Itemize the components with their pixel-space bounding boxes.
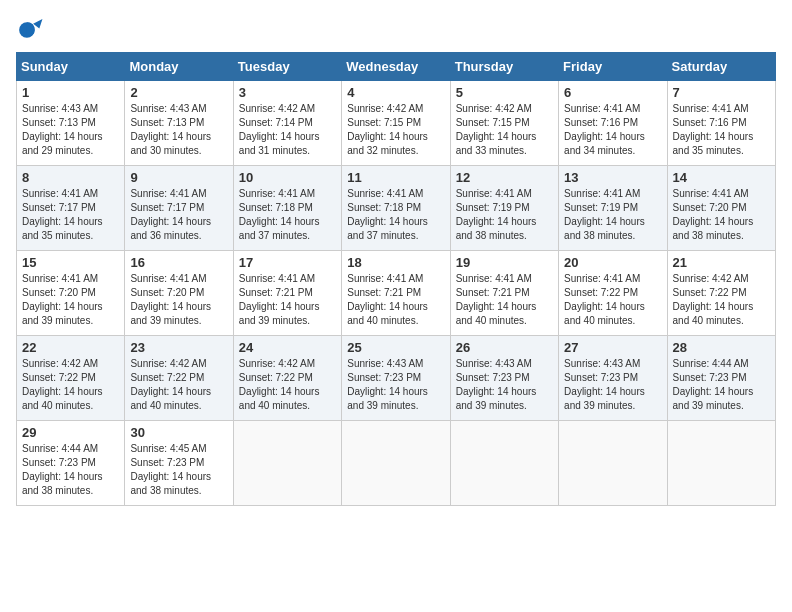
- day-number: 15: [22, 255, 119, 270]
- day-number: 4: [347, 85, 444, 100]
- logo-icon: [16, 16, 44, 44]
- page-header: [16, 16, 776, 44]
- day-info: Sunrise: 4:42 AM Sunset: 7:22 PM Dayligh…: [673, 272, 770, 328]
- day-cell: 22 Sunrise: 4:42 AM Sunset: 7:22 PM Dayl…: [17, 336, 125, 421]
- week-row-4: 22 Sunrise: 4:42 AM Sunset: 7:22 PM Dayl…: [17, 336, 776, 421]
- day-cell: 23 Sunrise: 4:42 AM Sunset: 7:22 PM Dayl…: [125, 336, 233, 421]
- day-number: 8: [22, 170, 119, 185]
- day-cell: 7 Sunrise: 4:41 AM Sunset: 7:16 PM Dayli…: [667, 81, 775, 166]
- day-number: 20: [564, 255, 661, 270]
- day-info: Sunrise: 4:43 AM Sunset: 7:13 PM Dayligh…: [22, 102, 119, 158]
- day-info: Sunrise: 4:41 AM Sunset: 7:20 PM Dayligh…: [22, 272, 119, 328]
- day-info: Sunrise: 4:42 AM Sunset: 7:15 PM Dayligh…: [347, 102, 444, 158]
- col-header-sunday: Sunday: [17, 53, 125, 81]
- day-cell: 10 Sunrise: 4:41 AM Sunset: 7:18 PM Dayl…: [233, 166, 341, 251]
- day-info: Sunrise: 4:41 AM Sunset: 7:21 PM Dayligh…: [239, 272, 336, 328]
- day-number: 3: [239, 85, 336, 100]
- day-number: 30: [130, 425, 227, 440]
- day-info: Sunrise: 4:43 AM Sunset: 7:13 PM Dayligh…: [130, 102, 227, 158]
- day-number: 22: [22, 340, 119, 355]
- day-number: 2: [130, 85, 227, 100]
- day-number: 13: [564, 170, 661, 185]
- day-number: 6: [564, 85, 661, 100]
- day-info: Sunrise: 4:42 AM Sunset: 7:15 PM Dayligh…: [456, 102, 553, 158]
- day-info: Sunrise: 4:41 AM Sunset: 7:21 PM Dayligh…: [456, 272, 553, 328]
- day-info: Sunrise: 4:43 AM Sunset: 7:23 PM Dayligh…: [564, 357, 661, 413]
- day-cell: 16 Sunrise: 4:41 AM Sunset: 7:20 PM Dayl…: [125, 251, 233, 336]
- day-number: 5: [456, 85, 553, 100]
- day-cell: 21 Sunrise: 4:42 AM Sunset: 7:22 PM Dayl…: [667, 251, 775, 336]
- day-cell: 8 Sunrise: 4:41 AM Sunset: 7:17 PM Dayli…: [17, 166, 125, 251]
- day-info: Sunrise: 4:41 AM Sunset: 7:18 PM Dayligh…: [239, 187, 336, 243]
- day-info: Sunrise: 4:41 AM Sunset: 7:17 PM Dayligh…: [22, 187, 119, 243]
- day-cell: 14 Sunrise: 4:41 AM Sunset: 7:20 PM Dayl…: [667, 166, 775, 251]
- day-number: 1: [22, 85, 119, 100]
- col-header-friday: Friday: [559, 53, 667, 81]
- day-number: 23: [130, 340, 227, 355]
- day-info: Sunrise: 4:41 AM Sunset: 7:16 PM Dayligh…: [673, 102, 770, 158]
- week-row-5: 29 Sunrise: 4:44 AM Sunset: 7:23 PM Dayl…: [17, 421, 776, 506]
- day-info: Sunrise: 4:42 AM Sunset: 7:22 PM Dayligh…: [239, 357, 336, 413]
- day-number: 19: [456, 255, 553, 270]
- day-number: 17: [239, 255, 336, 270]
- day-number: 9: [130, 170, 227, 185]
- day-cell: 17 Sunrise: 4:41 AM Sunset: 7:21 PM Dayl…: [233, 251, 341, 336]
- day-info: Sunrise: 4:42 AM Sunset: 7:14 PM Dayligh…: [239, 102, 336, 158]
- day-info: Sunrise: 4:41 AM Sunset: 7:19 PM Dayligh…: [456, 187, 553, 243]
- day-cell: [342, 421, 450, 506]
- day-cell: 27 Sunrise: 4:43 AM Sunset: 7:23 PM Dayl…: [559, 336, 667, 421]
- day-cell: 15 Sunrise: 4:41 AM Sunset: 7:20 PM Dayl…: [17, 251, 125, 336]
- day-number: 11: [347, 170, 444, 185]
- calendar-header-row: SundayMondayTuesdayWednesdayThursdayFrid…: [17, 53, 776, 81]
- day-info: Sunrise: 4:41 AM Sunset: 7:20 PM Dayligh…: [673, 187, 770, 243]
- col-header-thursday: Thursday: [450, 53, 558, 81]
- day-cell: 26 Sunrise: 4:43 AM Sunset: 7:23 PM Dayl…: [450, 336, 558, 421]
- day-info: Sunrise: 4:42 AM Sunset: 7:22 PM Dayligh…: [22, 357, 119, 413]
- day-info: Sunrise: 4:41 AM Sunset: 7:22 PM Dayligh…: [564, 272, 661, 328]
- day-number: 29: [22, 425, 119, 440]
- day-number: 28: [673, 340, 770, 355]
- week-row-3: 15 Sunrise: 4:41 AM Sunset: 7:20 PM Dayl…: [17, 251, 776, 336]
- day-number: 21: [673, 255, 770, 270]
- day-info: Sunrise: 4:41 AM Sunset: 7:17 PM Dayligh…: [130, 187, 227, 243]
- day-cell: 1 Sunrise: 4:43 AM Sunset: 7:13 PM Dayli…: [17, 81, 125, 166]
- day-cell: [667, 421, 775, 506]
- day-info: Sunrise: 4:43 AM Sunset: 7:23 PM Dayligh…: [347, 357, 444, 413]
- day-info: Sunrise: 4:41 AM Sunset: 7:20 PM Dayligh…: [130, 272, 227, 328]
- day-cell: 6 Sunrise: 4:41 AM Sunset: 7:16 PM Dayli…: [559, 81, 667, 166]
- day-cell: 2 Sunrise: 4:43 AM Sunset: 7:13 PM Dayli…: [125, 81, 233, 166]
- day-cell: [450, 421, 558, 506]
- day-number: 10: [239, 170, 336, 185]
- day-cell: [233, 421, 341, 506]
- day-number: 7: [673, 85, 770, 100]
- week-row-1: 1 Sunrise: 4:43 AM Sunset: 7:13 PM Dayli…: [17, 81, 776, 166]
- day-info: Sunrise: 4:41 AM Sunset: 7:21 PM Dayligh…: [347, 272, 444, 328]
- day-cell: 18 Sunrise: 4:41 AM Sunset: 7:21 PM Dayl…: [342, 251, 450, 336]
- day-cell: 24 Sunrise: 4:42 AM Sunset: 7:22 PM Dayl…: [233, 336, 341, 421]
- day-number: 26: [456, 340, 553, 355]
- day-cell: 12 Sunrise: 4:41 AM Sunset: 7:19 PM Dayl…: [450, 166, 558, 251]
- day-info: Sunrise: 4:41 AM Sunset: 7:16 PM Dayligh…: [564, 102, 661, 158]
- day-cell: 3 Sunrise: 4:42 AM Sunset: 7:14 PM Dayli…: [233, 81, 341, 166]
- logo: [16, 16, 48, 44]
- day-cell: 4 Sunrise: 4:42 AM Sunset: 7:15 PM Dayli…: [342, 81, 450, 166]
- col-header-wednesday: Wednesday: [342, 53, 450, 81]
- day-cell: 19 Sunrise: 4:41 AM Sunset: 7:21 PM Dayl…: [450, 251, 558, 336]
- day-cell: 29 Sunrise: 4:44 AM Sunset: 7:23 PM Dayl…: [17, 421, 125, 506]
- day-cell: 9 Sunrise: 4:41 AM Sunset: 7:17 PM Dayli…: [125, 166, 233, 251]
- col-header-saturday: Saturday: [667, 53, 775, 81]
- day-number: 18: [347, 255, 444, 270]
- day-info: Sunrise: 4:41 AM Sunset: 7:19 PM Dayligh…: [564, 187, 661, 243]
- day-info: Sunrise: 4:42 AM Sunset: 7:22 PM Dayligh…: [130, 357, 227, 413]
- day-number: 14: [673, 170, 770, 185]
- day-info: Sunrise: 4:43 AM Sunset: 7:23 PM Dayligh…: [456, 357, 553, 413]
- day-number: 12: [456, 170, 553, 185]
- day-cell: 28 Sunrise: 4:44 AM Sunset: 7:23 PM Dayl…: [667, 336, 775, 421]
- day-info: Sunrise: 4:41 AM Sunset: 7:18 PM Dayligh…: [347, 187, 444, 243]
- calendar-body: 1 Sunrise: 4:43 AM Sunset: 7:13 PM Dayli…: [17, 81, 776, 506]
- col-header-monday: Monday: [125, 53, 233, 81]
- calendar-table: SundayMondayTuesdayWednesdayThursdayFrid…: [16, 52, 776, 506]
- day-cell: 25 Sunrise: 4:43 AM Sunset: 7:23 PM Dayl…: [342, 336, 450, 421]
- day-cell: 11 Sunrise: 4:41 AM Sunset: 7:18 PM Dayl…: [342, 166, 450, 251]
- day-info: Sunrise: 4:45 AM Sunset: 7:23 PM Dayligh…: [130, 442, 227, 498]
